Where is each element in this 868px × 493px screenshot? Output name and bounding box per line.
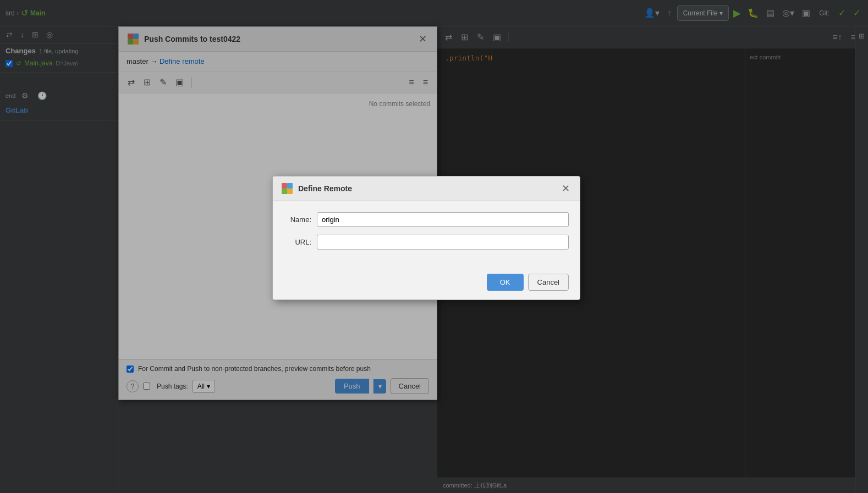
define-remote-close-button[interactable]: ✕ xyxy=(559,182,572,195)
svg-rect-4 xyxy=(282,183,287,189)
define-remote-dialog: Define Remote ✕ Name: URL: OK Cancel xyxy=(272,176,580,300)
name-input[interactable] xyxy=(317,212,569,227)
url-label: URL: xyxy=(284,238,311,246)
define-remote-body: Name: URL: xyxy=(273,201,580,268)
ok-button[interactable]: OK xyxy=(487,274,524,291)
svg-rect-5 xyxy=(287,183,293,189)
define-remote-buttons: OK Cancel xyxy=(273,268,580,300)
name-field-row: Name: xyxy=(284,212,569,227)
url-field-row: URL: xyxy=(284,235,569,250)
svg-rect-6 xyxy=(282,189,287,194)
name-label: Name: xyxy=(284,215,311,224)
svg-rect-7 xyxy=(287,189,293,194)
url-input[interactable] xyxy=(317,235,569,250)
define-remote-cancel-button[interactable]: Cancel xyxy=(528,274,569,291)
define-remote-title: Define Remote xyxy=(298,184,555,193)
define-remote-title-bar: Define Remote ✕ xyxy=(273,176,580,201)
define-remote-icon xyxy=(281,182,294,195)
